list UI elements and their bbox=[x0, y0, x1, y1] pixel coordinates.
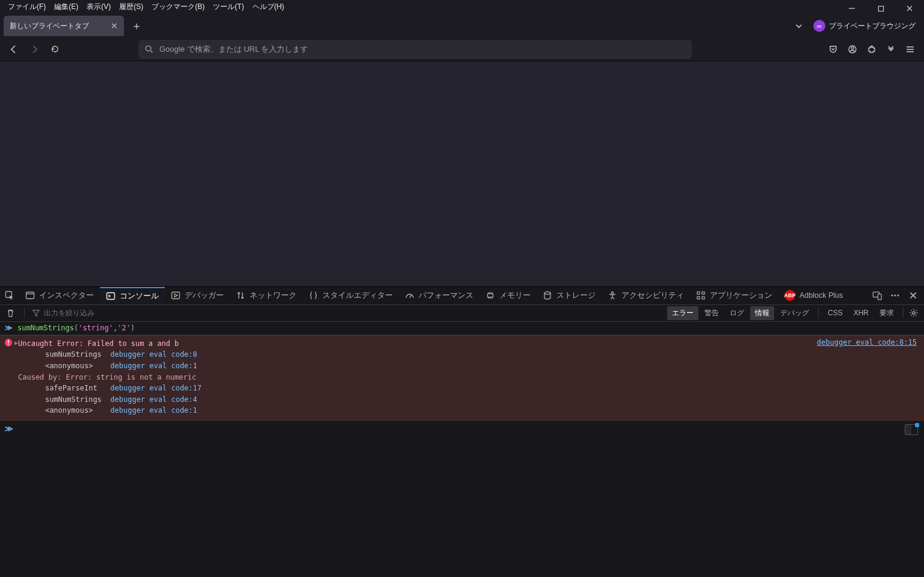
filter-warnings[interactable]: 警告 bbox=[700, 306, 724, 320]
menu-edit[interactable]: 編集(E) bbox=[50, 1, 82, 13]
address-input[interactable] bbox=[159, 45, 686, 54]
devtools-tab-inspector[interactable]: インスペクター bbox=[19, 287, 100, 304]
overflow-button[interactable] bbox=[882, 40, 900, 58]
menubar: ファイル(F) 編集(E) 表示(V) 履歴(S) ブックマーク(B) ツール(… bbox=[0, 0, 924, 13]
tab-strip: 新しいプライベートタブ ✕ ＋ ∞ プライベートブラウジング bbox=[0, 13, 924, 37]
input-prompt-icon: ≫ bbox=[5, 424, 13, 433]
devtools-tab-network[interactable]: ネットワーク bbox=[230, 287, 303, 304]
console-command-row: ≫ sumNumStrings('string','2') bbox=[0, 322, 924, 335]
window-close-button[interactable] bbox=[900, 1, 919, 16]
error-icon: ! bbox=[5, 339, 12, 347]
devtools-tab-memory[interactable]: メモリー bbox=[479, 287, 537, 304]
menu-tools[interactable]: ツール(T) bbox=[209, 1, 248, 13]
tabs-overflow-button[interactable] bbox=[790, 17, 807, 34]
console-settings-button[interactable] bbox=[907, 306, 920, 319]
tab-title: 新しいプライベートタブ bbox=[10, 21, 89, 31]
account-button[interactable] bbox=[843, 40, 861, 58]
search-icon bbox=[144, 45, 153, 54]
console-split-toggle[interactable] bbox=[905, 424, 918, 435]
devtools-tab-performance[interactable]: パフォーマンス bbox=[399, 287, 479, 304]
stack-frame: sumNumStrings debugger eval code:4 bbox=[0, 394, 924, 406]
svg-point-19 bbox=[895, 295, 896, 297]
menu-help[interactable]: ヘルプ(H) bbox=[248, 1, 289, 13]
svg-point-10 bbox=[544, 292, 550, 294]
filter-debug[interactable]: デバッグ bbox=[775, 306, 814, 320]
menu-file[interactable]: ファイル(F) bbox=[4, 1, 50, 13]
filter-icon bbox=[32, 309, 40, 317]
console-filter-input[interactable] bbox=[44, 309, 176, 317]
nav-toolbar bbox=[0, 37, 924, 61]
svg-point-20 bbox=[898, 295, 899, 297]
input-prompt-icon: ≫ bbox=[5, 324, 13, 332]
new-tab-button[interactable]: ＋ bbox=[128, 17, 146, 35]
console-command-text: sumNumStrings('string','2') bbox=[17, 324, 135, 332]
svg-point-21 bbox=[913, 312, 915, 314]
svg-rect-12 bbox=[697, 292, 700, 294]
svg-rect-15 bbox=[702, 297, 704, 299]
back-button[interactable] bbox=[5, 40, 23, 58]
error-message: Uncaught Error: Failed to sum a and b bbox=[18, 338, 179, 350]
console-input-area[interactable]: ≫ bbox=[0, 421, 924, 577]
window-controls bbox=[842, 1, 919, 16]
devtools-toolbar: インスペクター コンソール デバッガー ネットワーク スタイルエディター パフォ… bbox=[0, 287, 924, 305]
save-to-pocket-button[interactable] bbox=[824, 40, 842, 58]
extensions-button[interactable] bbox=[863, 40, 881, 58]
devtools-tab-accessibility[interactable]: アクセシビリティ bbox=[602, 287, 690, 304]
filter-logs[interactable]: ログ bbox=[725, 306, 749, 320]
svg-rect-17 bbox=[878, 294, 881, 300]
forward-button[interactable] bbox=[25, 40, 43, 58]
devtools-close-button[interactable] bbox=[906, 288, 920, 303]
devtools-panel: インスペクター コンソール デバッガー ネットワーク スタイルエディター パフォ… bbox=[0, 286, 924, 577]
svg-point-11 bbox=[611, 292, 613, 294]
svg-rect-13 bbox=[702, 292, 704, 294]
devtools-responsive-button[interactable] bbox=[870, 288, 884, 303]
filter-errors[interactable]: エラー bbox=[667, 306, 698, 320]
menu-bookmarks[interactable]: ブックマーク(B) bbox=[147, 1, 209, 13]
svg-point-1 bbox=[146, 46, 150, 51]
private-label: プライベートブラウジング bbox=[829, 21, 916, 31]
devtools-tab-console[interactable]: コンソール bbox=[100, 287, 165, 304]
devtools-menu-button[interactable] bbox=[888, 288, 902, 303]
svg-rect-14 bbox=[697, 297, 700, 299]
tab-private-new[interactable]: 新しいプライベートタブ ✕ bbox=[4, 16, 124, 36]
page-content bbox=[0, 61, 924, 286]
svg-rect-6 bbox=[26, 292, 34, 299]
address-bar[interactable] bbox=[138, 40, 692, 59]
devtools-tab-storage[interactable]: ストレージ bbox=[537, 287, 602, 304]
filter-info[interactable]: 情報 bbox=[750, 306, 774, 320]
svg-rect-8 bbox=[172, 292, 180, 299]
console-input[interactable] bbox=[18, 424, 919, 442]
console-clear-button[interactable] bbox=[4, 306, 17, 319]
private-browsing-indicator: ∞ プライベートブラウジング bbox=[813, 20, 916, 32]
svg-point-3 bbox=[851, 47, 854, 49]
reload-button[interactable] bbox=[46, 40, 64, 58]
private-mask-icon: ∞ bbox=[813, 20, 825, 32]
error-caused-by: Caused by: Error: string is not a numeri… bbox=[0, 372, 924, 383]
devtools-tab-application[interactable]: アプリケーション bbox=[690, 287, 778, 304]
devtools-pick-element-button[interactable] bbox=[0, 287, 19, 304]
stack-frame: safeParseInt debugger eval code:17 bbox=[0, 383, 924, 394]
menu-view[interactable]: 表示(V) bbox=[82, 1, 115, 13]
stack-frame: sumNumStrings debugger eval code:8 bbox=[0, 349, 924, 360]
app-menu-button[interactable] bbox=[901, 40, 919, 58]
devtools-tab-debugger[interactable]: デバッガー bbox=[165, 287, 230, 304]
devtools-tab-style-editor[interactable]: スタイルエディター bbox=[303, 287, 399, 304]
filter-requests[interactable]: 要求 bbox=[875, 306, 899, 320]
filter-css[interactable]: CSS bbox=[823, 307, 848, 319]
svg-rect-9 bbox=[488, 294, 493, 297]
error-disclose-toggle[interactable]: ▶ bbox=[13, 338, 18, 348]
adblock-icon: ABP bbox=[784, 290, 795, 301]
console-filter-bar: エラー 警告 ログ 情報 デバッグ CSS XHR 要求 bbox=[0, 305, 924, 322]
devtools-tab-adblock[interactable]: ABP Adblock Plus bbox=[778, 287, 849, 304]
error-source-link[interactable]: debugger eval code:8:15 bbox=[817, 338, 917, 347]
svg-point-18 bbox=[892, 295, 893, 297]
stack-frame: <anonymous> debugger eval code:1 bbox=[0, 360, 924, 372]
svg-rect-0 bbox=[878, 6, 883, 11]
menu-history[interactable]: 履歴(S) bbox=[115, 1, 147, 13]
window-minimize-button[interactable] bbox=[842, 1, 861, 16]
tab-close-button[interactable]: ✕ bbox=[111, 21, 118, 31]
window-maximize-button[interactable] bbox=[871, 1, 890, 16]
stack-frame: <anonymous> debugger eval code:1 bbox=[0, 405, 924, 416]
filter-xhr[interactable]: XHR bbox=[849, 307, 873, 319]
console-error-output: debugger eval code:8:15 ! ▶ Uncaught Err… bbox=[0, 335, 924, 421]
